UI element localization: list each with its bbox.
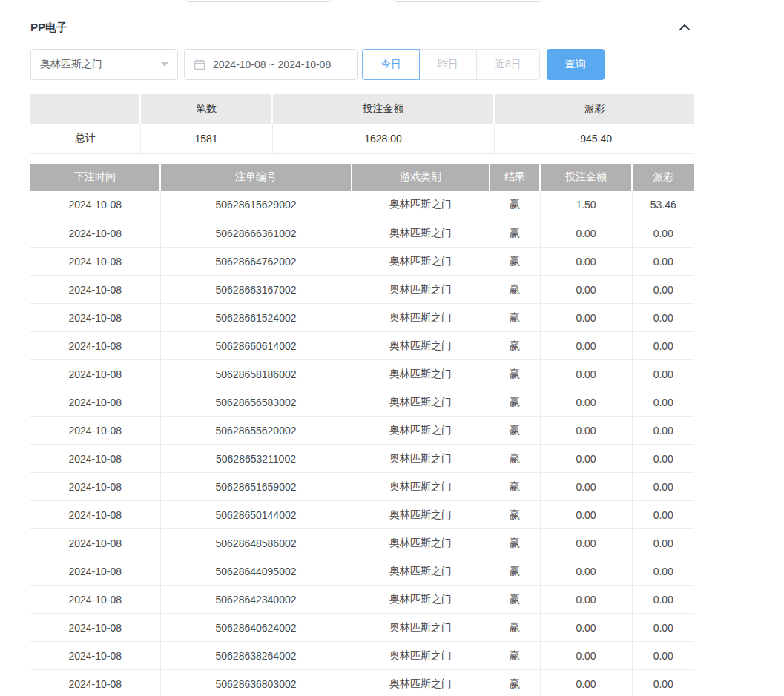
table-cell: 0.00 bbox=[632, 614, 694, 642]
table-cell: 赢 bbox=[490, 219, 540, 248]
section-title: PP电子 bbox=[30, 21, 67, 35]
table-cell: 奥林匹斯之门 bbox=[352, 248, 490, 276]
table-row: 2024-10-0850628648586002奥林匹斯之门赢0.000.00 bbox=[30, 529, 694, 557]
summary-total-label: 总计 bbox=[30, 124, 140, 153]
table-row: 2024-10-0850628658186002奥林匹斯之门赢0.000.00 bbox=[30, 360, 694, 388]
quick-filter-button[interactable]: 今日 bbox=[362, 49, 420, 80]
table-cell: 2024-10-08 bbox=[30, 191, 160, 219]
filter-row: 奥林匹斯之门 2024-10-08 ~ 2024-10-08 今日昨日近8日 查… bbox=[30, 49, 694, 80]
table-cell: 50628615629002 bbox=[160, 191, 352, 219]
table-cell: 0.00 bbox=[540, 276, 632, 304]
table-cell: 0.00 bbox=[540, 445, 632, 473]
table-cell: 0.00 bbox=[632, 642, 694, 670]
table-cell: 0.00 bbox=[540, 586, 632, 614]
table-row: 2024-10-0850628644095002奥林匹斯之门赢0.000.00 bbox=[30, 557, 694, 586]
table-cell: 50628658186002 bbox=[160, 360, 352, 388]
summary-header-cell: 笔数 bbox=[140, 94, 272, 124]
summary-total-row: 总计 1581 1628.00 -945.40 bbox=[30, 124, 694, 153]
table-cell: 赢 bbox=[490, 417, 540, 445]
table-cell: 50628636803002 bbox=[160, 670, 352, 696]
table-cell: 50628664762002 bbox=[160, 248, 352, 276]
table-cell: 0.00 bbox=[632, 529, 694, 557]
table-row: 2024-10-0850628640624002奥林匹斯之门赢0.000.00 bbox=[30, 614, 694, 642]
quick-filter-button[interactable]: 近8日 bbox=[476, 49, 540, 80]
quick-filter-button[interactable]: 昨日 bbox=[419, 49, 477, 80]
table-cell: 奥林匹斯之门 bbox=[352, 445, 490, 473]
table-cell: 奥林匹斯之门 bbox=[352, 191, 490, 219]
table-cell: 奥林匹斯之门 bbox=[352, 473, 490, 501]
table-cell: 50628661524002 bbox=[160, 304, 352, 332]
summary-table: 笔数投注金额派彩 总计 1581 1628.00 -945.40 bbox=[30, 94, 694, 154]
table-cell: 赢 bbox=[490, 557, 540, 586]
table-cell: 0.00 bbox=[632, 219, 694, 248]
table-cell: 0.00 bbox=[540, 614, 632, 642]
table-cell: 0.00 bbox=[632, 670, 694, 696]
table-cell: 0.00 bbox=[540, 304, 632, 332]
bets-table: 下注时间注单编号游戏类别结果投注金额派彩 2024-10-08506286156… bbox=[30, 164, 694, 696]
table-cell: 0.00 bbox=[540, 360, 632, 388]
search-button[interactable]: 查询 bbox=[547, 49, 605, 80]
table-row: 2024-10-0850628653211002奥林匹斯之门赢0.000.00 bbox=[30, 445, 694, 473]
table-cell: 0.00 bbox=[632, 276, 694, 304]
table-cell: 奥林匹斯之门 bbox=[352, 388, 490, 417]
table-cell: 赢 bbox=[490, 445, 540, 473]
table-cell: 奥林匹斯之门 bbox=[352, 670, 490, 696]
collapse-button[interactable] bbox=[675, 19, 694, 36]
table-cell: 2024-10-08 bbox=[30, 360, 160, 388]
table-cell: 0.00 bbox=[540, 219, 632, 248]
pp-electronic-section: PP电子 奥林匹斯之门 2024-10-08 ~ 2024-10-08 今日昨日… bbox=[30, 0, 694, 696]
table-cell: 赢 bbox=[490, 304, 540, 332]
table-cell: 0.00 bbox=[540, 417, 632, 445]
table-cell: 0.00 bbox=[632, 388, 694, 417]
date-range-picker[interactable]: 2024-10-08 ~ 2024-10-08 bbox=[184, 49, 358, 80]
bets-header-row: 下注时间注单编号游戏类别结果投注金额派彩 bbox=[30, 164, 694, 191]
table-cell: 奥林匹斯之门 bbox=[352, 219, 490, 248]
table-cell: 2024-10-08 bbox=[30, 501, 160, 529]
game-select[interactable]: 奥林匹斯之门 bbox=[30, 49, 178, 80]
table-cell: 0.00 bbox=[632, 445, 694, 473]
chevron-up-icon bbox=[678, 23, 691, 32]
section-header: PP电子 bbox=[30, 19, 694, 36]
table-cell: 2024-10-08 bbox=[30, 417, 160, 445]
summary-count: 1581 bbox=[140, 124, 272, 153]
table-cell: 0.00 bbox=[632, 417, 694, 445]
table-row: 2024-10-0850628651659002奥林匹斯之门赢0.000.00 bbox=[30, 473, 694, 501]
bets-header-cell: 结果 bbox=[490, 164, 540, 191]
table-cell: 赢 bbox=[490, 501, 540, 529]
table-cell: 赢 bbox=[490, 276, 540, 304]
table-cell: 0.00 bbox=[632, 586, 694, 614]
table-cell: 50628655620002 bbox=[160, 417, 352, 445]
table-cell: 赢 bbox=[490, 248, 540, 276]
table-cell: 1.50 bbox=[540, 191, 632, 219]
table-cell: 奥林匹斯之门 bbox=[352, 529, 490, 557]
table-cell: 赢 bbox=[490, 586, 540, 614]
table-cell: 0.00 bbox=[540, 642, 632, 670]
table-row: 2024-10-0850628655620002奥林匹斯之门赢0.000.00 bbox=[30, 417, 694, 445]
table-row: 2024-10-0850628660614002奥林匹斯之门赢0.000.00 bbox=[30, 332, 694, 360]
table-row: 2024-10-0850628661524002奥林匹斯之门赢0.000.00 bbox=[30, 304, 694, 332]
caret-down-icon bbox=[161, 62, 168, 67]
table-cell: 50628653211002 bbox=[160, 445, 352, 473]
table-cell: 50628644095002 bbox=[160, 557, 352, 586]
summary-header-row: 笔数投注金额派彩 bbox=[30, 94, 694, 124]
quick-filter-group: 今日昨日近8日 bbox=[362, 49, 540, 80]
table-cell: 奥林匹斯之门 bbox=[352, 332, 490, 360]
bets-header-cell: 投注金额 bbox=[540, 164, 632, 191]
table-cell: 50628642340002 bbox=[160, 586, 352, 614]
date-range-value: 2024-10-08 ~ 2024-10-08 bbox=[213, 59, 331, 70]
table-cell: 2024-10-08 bbox=[30, 248, 160, 276]
summary-header-cell: 派彩 bbox=[494, 94, 694, 124]
table-row: 2024-10-0850628664762002奥林匹斯之门赢0.000.00 bbox=[30, 248, 694, 276]
table-cell: 50628651659002 bbox=[160, 473, 352, 501]
table-cell: 2024-10-08 bbox=[30, 642, 160, 670]
table-cell: 2024-10-08 bbox=[30, 614, 160, 642]
bets-table-body: 2024-10-0850628615629002奥林匹斯之门赢1.5053.46… bbox=[30, 191, 694, 696]
table-cell: 50628638264002 bbox=[160, 642, 352, 670]
table-cell: 2024-10-08 bbox=[30, 388, 160, 417]
table-cell: 50628663167002 bbox=[160, 276, 352, 304]
table-cell: 50628650144002 bbox=[160, 501, 352, 529]
table-row: 2024-10-0850628650144002奥林匹斯之门赢0.000.00 bbox=[30, 501, 694, 529]
table-cell: 50628640624002 bbox=[160, 614, 352, 642]
table-cell: 奥林匹斯之门 bbox=[352, 557, 490, 586]
table-cell: 赢 bbox=[490, 642, 540, 670]
